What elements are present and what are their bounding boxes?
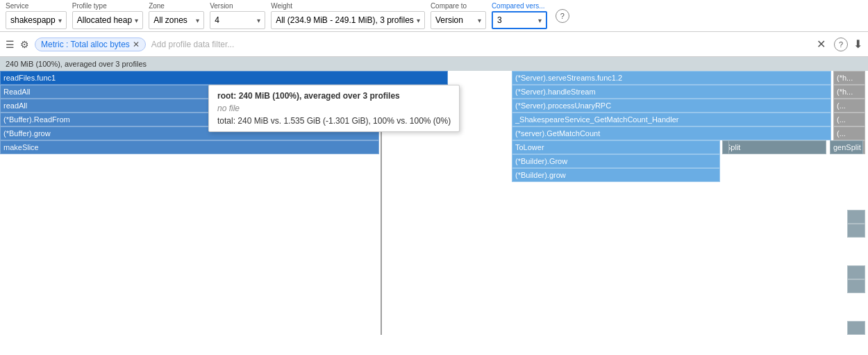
summary-bar: 240 MiB (100%), averaged over 3 profiles bbox=[0, 57, 868, 71]
flame-cell-shakespeare-handler-overflow[interactable]: (... bbox=[833, 113, 865, 126]
flame-cell-split[interactable]: Split bbox=[722, 140, 826, 154]
flame-cell-builder-grow[interactable]: (*Builder).Grow bbox=[512, 154, 720, 168]
version-value: 4 bbox=[215, 15, 219, 25]
profile-type-value: Allocated heap bbox=[77, 15, 132, 25]
flame-cell-gensplit[interactable] bbox=[722, 140, 729, 154]
flame-cell-processunary-overflow[interactable]: (... bbox=[833, 99, 865, 113]
tooltip-title: root: 240 MiB (100%), averaged over 3 pr… bbox=[217, 91, 451, 101]
flame-container: readFiles.func1 ReadAll readAll (*Buffer… bbox=[0, 71, 868, 355]
metric-chip-close-icon[interactable]: ✕ bbox=[133, 40, 140, 49]
toolbar: Service shakespapp ▾ Profile type Alloca… bbox=[0, 0, 868, 32]
flame-cell-servestreams-overflow[interactable]: (*h... bbox=[833, 71, 865, 85]
compare-to-label: Compare to bbox=[431, 2, 486, 10]
summary-text: 240 MiB (100%), averaged over 3 profiles bbox=[6, 60, 147, 68]
compared-version-value: 3 bbox=[497, 15, 502, 25]
flame-cell-gensplit2[interactable]: genSplit bbox=[830, 140, 863, 154]
tooltip-total-value: 240 MiB vs. 1.535 GiB (-1.301 GiB), 100%… bbox=[237, 116, 451, 126]
version-chevron-icon: ▾ bbox=[257, 17, 260, 24]
filter-bar: ☰ ⚙ Metric : Total alloc bytes ✕ Add pro… bbox=[0, 32, 868, 57]
compared-version-label: Compared vers... bbox=[492, 2, 547, 10]
flame-cell-right-gray-5 bbox=[847, 321, 865, 335]
service-chevron-icon: ▾ bbox=[58, 17, 62, 24]
toolbar-help-button[interactable]: ? bbox=[556, 9, 569, 23]
compared-version-filter: Compared vers... 3 ▾ bbox=[492, 2, 547, 29]
service-select[interactable]: shakespapp ▾ bbox=[6, 11, 67, 29]
flame-cell-right-gray-1 bbox=[847, 210, 865, 224]
service-value: shakespapp bbox=[10, 15, 56, 25]
weight-filter: Weight All (234.9 MiB - 249.1 MiB), 3 pr… bbox=[271, 2, 425, 29]
compared-version-select[interactable]: 3 ▾ bbox=[492, 11, 547, 29]
zone-chevron-icon: ▾ bbox=[196, 17, 199, 24]
profile-type-label: Profile type bbox=[72, 2, 143, 10]
tooltip-total-label: total: bbox=[217, 116, 235, 126]
profile-type-chevron-icon: ▾ bbox=[135, 17, 138, 24]
filter-bar-right: ✕ ? ⬇ bbox=[817, 38, 862, 51]
version-filter: Version 4 ▾ bbox=[210, 2, 265, 29]
download-button[interactable]: ⬇ bbox=[853, 38, 862, 51]
flame-cell-right-gray-3 bbox=[847, 265, 865, 279]
tooltip: root: 240 MiB (100%), averaged over 3 pr… bbox=[208, 85, 460, 132]
flame-cell-servestreams[interactable]: (*Server).serveStreams.func1.2 bbox=[512, 71, 831, 85]
flame-cell-makeslice[interactable]: makeSlice bbox=[0, 140, 379, 154]
menu-icon[interactable]: ☰ bbox=[6, 39, 15, 50]
profile-type-select[interactable]: Allocated heap ▾ bbox=[72, 11, 143, 29]
main-area: 240 MiB (100%), averaged over 3 profiles… bbox=[0, 57, 868, 355]
metric-chip[interactable]: Metric : Total alloc bytes ✕ bbox=[35, 38, 146, 51]
tooltip-file: no file bbox=[217, 104, 451, 113]
flame-cell-processunary[interactable]: (*Server).processUnaryRPC bbox=[512, 99, 831, 113]
zone-value: All zones bbox=[153, 15, 187, 25]
zone-label: Zone bbox=[149, 2, 204, 10]
flame-cell-readfiles[interactable]: readFiles.func1 bbox=[0, 71, 448, 85]
flame-cell-tolower[interactable]: ToLower bbox=[512, 140, 720, 154]
flame-cell-handlestream[interactable]: (*Server).handleStream bbox=[512, 85, 831, 99]
flame-cell-right-gray-2 bbox=[847, 224, 865, 238]
flame-cell-getmatchcount-overflow[interactable]: (... bbox=[833, 126, 865, 140]
service-filter: Service shakespapp ▾ bbox=[6, 2, 67, 29]
compare-to-filter: Compare to Version ▾ bbox=[431, 2, 486, 29]
compare-to-value: Version bbox=[435, 15, 463, 25]
tooltip-total: total: 240 MiB vs. 1.535 GiB (-1.301 GiB… bbox=[217, 116, 451, 126]
zone-select[interactable]: All zones ▾ bbox=[149, 11, 204, 29]
zone-filter: Zone All zones ▾ bbox=[149, 2, 204, 29]
profile-type-filter: Profile type Allocated heap ▾ bbox=[72, 2, 143, 29]
weight-label: Weight bbox=[271, 2, 425, 10]
close-filters-button[interactable]: ✕ bbox=[817, 38, 826, 51]
separator-line bbox=[381, 126, 382, 335]
weight-value: All (234.9 MiB - 249.1 MiB), 3 profiles bbox=[276, 15, 414, 25]
metric-chip-label: Metric : Total alloc bytes bbox=[41, 40, 130, 49]
version-label: Version bbox=[210, 2, 265, 10]
flame-cell-builder-grow2[interactable]: (*Builder).grow bbox=[512, 168, 720, 182]
filter-help-button[interactable]: ? bbox=[834, 38, 848, 51]
flame-cell-shakespeare-handler[interactable]: _ShakespeareService_GetMatchCount_Handle… bbox=[512, 113, 831, 126]
weight-chevron-icon: ▾ bbox=[417, 17, 420, 24]
compared-version-chevron-icon: ▾ bbox=[538, 17, 542, 24]
filter-placeholder: Add profile data filter... bbox=[151, 40, 811, 49]
flame-cell-getmatchcount[interactable]: (*server).GetMatchCount bbox=[512, 126, 831, 140]
weight-select[interactable]: All (234.9 MiB - 249.1 MiB), 3 profiles … bbox=[271, 11, 425, 29]
version-select[interactable]: 4 ▾ bbox=[210, 11, 265, 29]
service-label: Service bbox=[6, 2, 67, 10]
compare-to-select[interactable]: Version ▾ bbox=[431, 11, 486, 29]
compare-to-chevron-icon: ▾ bbox=[478, 17, 481, 24]
filter-settings-icon[interactable]: ⚙ bbox=[20, 39, 29, 50]
flame-cell-right-gray-4 bbox=[847, 279, 865, 293]
flame-cell-handlestream-overflow[interactable]: (*h... bbox=[833, 85, 865, 99]
